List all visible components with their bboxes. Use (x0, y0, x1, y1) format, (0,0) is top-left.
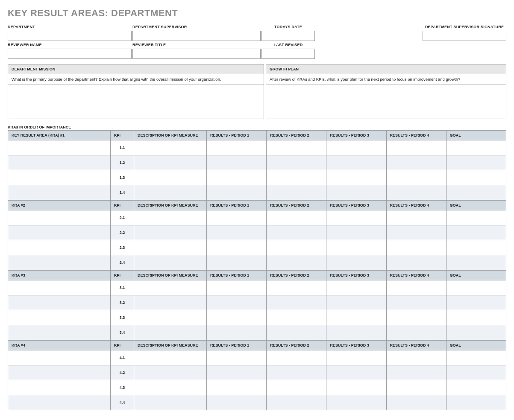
cell[interactable] (8, 185, 111, 200)
cell[interactable] (134, 255, 207, 270)
cell[interactable] (267, 325, 326, 340)
cell[interactable] (386, 170, 446, 185)
cell[interactable] (207, 280, 267, 295)
cell[interactable] (386, 310, 446, 325)
cell[interactable] (207, 140, 267, 155)
cell[interactable] (446, 350, 506, 365)
cell[interactable] (326, 310, 386, 325)
cell[interactable] (326, 140, 386, 155)
cell[interactable] (134, 240, 207, 255)
cell[interactable] (134, 210, 207, 225)
cell[interactable] (446, 185, 506, 200)
cell[interactable] (8, 395, 111, 410)
cell[interactable] (326, 280, 386, 295)
cell[interactable] (446, 210, 506, 225)
cell[interactable] (386, 155, 446, 170)
cell[interactable] (446, 155, 506, 170)
cell[interactable] (446, 225, 506, 240)
cell[interactable] (386, 255, 446, 270)
cell[interactable] (134, 365, 207, 380)
cell[interactable] (207, 325, 267, 340)
cell[interactable] (386, 325, 446, 340)
cell[interactable] (267, 140, 326, 155)
cell[interactable] (326, 240, 386, 255)
cell[interactable] (267, 155, 326, 170)
cell[interactable] (207, 395, 267, 410)
cell[interactable] (267, 280, 326, 295)
cell[interactable] (207, 350, 267, 365)
cell[interactable] (207, 365, 267, 380)
signature-field[interactable] (423, 31, 506, 41)
cell[interactable] (267, 310, 326, 325)
cell[interactable] (326, 395, 386, 410)
cell[interactable] (386, 395, 446, 410)
cell[interactable] (134, 280, 207, 295)
cell[interactable] (207, 255, 267, 270)
cell[interactable] (386, 140, 446, 155)
cell[interactable] (386, 185, 446, 200)
cell[interactable] (386, 380, 446, 395)
cell[interactable] (8, 155, 111, 170)
cell[interactable] (386, 365, 446, 380)
cell[interactable] (134, 325, 207, 340)
cell[interactable] (267, 185, 326, 200)
reviewer-name-field[interactable] (8, 49, 132, 59)
cell[interactable] (134, 155, 207, 170)
cell[interactable] (134, 185, 207, 200)
cell[interactable] (267, 380, 326, 395)
cell[interactable] (267, 170, 326, 185)
cell[interactable] (267, 210, 326, 225)
cell[interactable] (326, 350, 386, 365)
cell[interactable] (267, 225, 326, 240)
cell[interactable] (386, 295, 446, 310)
cell[interactable] (326, 185, 386, 200)
cell[interactable] (326, 170, 386, 185)
cell[interactable] (326, 255, 386, 270)
cell[interactable] (8, 210, 111, 225)
cell[interactable] (134, 310, 207, 325)
cell[interactable] (267, 350, 326, 365)
cell[interactable] (386, 210, 446, 225)
cell[interactable] (326, 225, 386, 240)
cell[interactable] (207, 310, 267, 325)
cell[interactable] (326, 380, 386, 395)
cell[interactable] (8, 350, 111, 365)
cell[interactable] (386, 225, 446, 240)
cell[interactable] (267, 240, 326, 255)
cell[interactable] (8, 380, 111, 395)
cell[interactable] (386, 350, 446, 365)
cell[interactable] (134, 140, 207, 155)
cell[interactable] (446, 380, 506, 395)
cell[interactable] (8, 140, 111, 155)
cell[interactable] (207, 295, 267, 310)
cell[interactable] (134, 350, 207, 365)
department-field[interactable] (8, 31, 132, 41)
cell[interactable] (8, 325, 111, 340)
growth-body[interactable] (266, 85, 506, 119)
cell[interactable] (446, 255, 506, 270)
cell[interactable] (207, 380, 267, 395)
cell[interactable] (8, 225, 111, 240)
cell[interactable] (207, 155, 267, 170)
cell[interactable] (134, 395, 207, 410)
cell[interactable] (8, 255, 111, 270)
cell[interactable] (207, 225, 267, 240)
cell[interactable] (134, 295, 207, 310)
mission-body[interactable] (8, 85, 264, 119)
cell[interactable] (8, 295, 111, 310)
cell[interactable] (134, 225, 207, 240)
cell[interactable] (207, 210, 267, 225)
reviewer-title-field[interactable] (132, 49, 261, 59)
cell[interactable] (267, 295, 326, 310)
cell[interactable] (134, 170, 207, 185)
cell[interactable] (386, 280, 446, 295)
cell[interactable] (446, 295, 506, 310)
cell[interactable] (134, 380, 207, 395)
cell[interactable] (326, 210, 386, 225)
cell[interactable] (8, 280, 111, 295)
cell[interactable] (267, 255, 326, 270)
cell[interactable] (207, 240, 267, 255)
cell[interactable] (8, 310, 111, 325)
cell[interactable] (267, 365, 326, 380)
cell[interactable] (8, 170, 111, 185)
